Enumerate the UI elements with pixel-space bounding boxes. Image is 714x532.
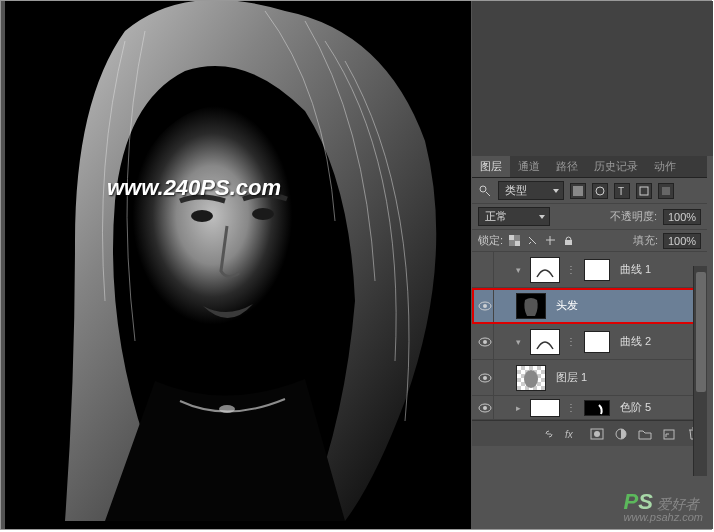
blend-mode-select[interactable]: 正常 [478, 207, 550, 226]
lock-pixels-icon[interactable] [526, 234, 539, 247]
layers-panel: 图层 通道 路径 历史记录 动作 类型 T 正常 不透明度: 100% 锁定: … [472, 156, 707, 446]
svg-point-26 [483, 406, 487, 410]
opacity-label: 不透明度: [610, 209, 657, 224]
layer-name[interactable]: 头发 [556, 298, 578, 313]
layer-thumbnail[interactable] [530, 399, 560, 417]
visibility-toggle[interactable] [476, 390, 494, 421]
fill-label: 填充: [633, 233, 658, 248]
svg-point-5 [480, 186, 486, 192]
fill-value[interactable]: 100% [663, 233, 701, 249]
link-icon: ⋮ [566, 336, 576, 347]
lock-all-icon[interactable] [562, 234, 575, 247]
panel-tabs: 图层 通道 路径 历史记录 动作 [472, 156, 707, 178]
layer-thumbnail[interactable] [530, 257, 560, 283]
tab-paths[interactable]: 路径 [548, 156, 586, 177]
svg-point-23 [483, 376, 487, 380]
adjustment-icon[interactable] [613, 426, 629, 442]
lock-position-icon[interactable] [544, 234, 557, 247]
fx-icon[interactable]: fx [565, 426, 581, 442]
site-watermark: PS爱好者 www.psahz.com [624, 489, 703, 523]
filter-smart-icon[interactable] [658, 183, 674, 199]
filter-kind-icon[interactable] [478, 184, 492, 198]
svg-text:T: T [618, 186, 624, 196]
filter-pixel-icon[interactable] [570, 183, 586, 199]
svg-point-29 [594, 431, 600, 437]
photo-portrait [5, 1, 471, 529]
filter-shape-icon[interactable] [636, 183, 652, 199]
lock-row: 锁定: 填充: 100% [472, 230, 707, 252]
svg-point-8 [596, 187, 604, 195]
kind-select[interactable]: 类型 [498, 181, 564, 200]
visibility-toggle[interactable] [476, 324, 494, 360]
layer-row[interactable]: ▾ ⋮ 曲线 2 [472, 324, 707, 360]
layer-name[interactable]: 曲线 2 [620, 334, 651, 349]
layer-row[interactable]: ▾ ⋮ 曲线 1 [472, 252, 707, 288]
layer-thumbnail[interactable] [516, 365, 546, 391]
mask-icon[interactable] [589, 426, 605, 442]
svg-point-4 [219, 405, 235, 413]
svg-point-24 [524, 370, 538, 388]
lock-trans-icon[interactable] [508, 234, 521, 247]
svg-rect-7 [573, 186, 583, 196]
svg-point-21 [483, 340, 487, 344]
tab-history[interactable]: 历史记录 [586, 156, 646, 177]
kind-label: 类型 [505, 183, 527, 198]
layer-row[interactable]: 图层 1 [472, 360, 707, 396]
svg-point-2 [191, 210, 213, 222]
visibility-toggle[interactable] [476, 288, 494, 324]
chevron-down-icon[interactable]: ▾ [516, 265, 526, 275]
layer-row[interactable]: ▸ ⋮ 色阶 5 [472, 396, 707, 420]
new-layer-icon[interactable] [661, 426, 677, 442]
canvas[interactable]: www.240PS.com [5, 1, 471, 529]
layer-mask[interactable] [584, 331, 610, 353]
svg-text:fx: fx [565, 429, 574, 440]
layer-thumbnail[interactable] [516, 293, 546, 319]
layer-thumbnail[interactable] [530, 329, 560, 355]
filter-adjust-icon[interactable] [592, 183, 608, 199]
workspace-empty-area [472, 1, 713, 156]
chevron-down-icon[interactable]: ▾ [516, 337, 526, 347]
panel-bottom-bar: fx [472, 420, 707, 446]
link-icon: ⋮ [566, 402, 576, 413]
chevron-right-icon[interactable]: ▸ [516, 403, 526, 413]
tab-actions[interactable]: 动作 [646, 156, 684, 177]
svg-rect-13 [509, 235, 514, 240]
filter-row: 类型 T [472, 178, 707, 204]
layer-mask[interactable] [584, 400, 610, 416]
link-icon: ⋮ [566, 264, 576, 275]
svg-rect-10 [640, 187, 648, 195]
visibility-toggle[interactable] [476, 252, 494, 288]
layer-name[interactable]: 曲线 1 [620, 262, 651, 277]
tab-channels[interactable]: 通道 [510, 156, 548, 177]
layer-name[interactable]: 图层 1 [556, 370, 587, 385]
layer-name[interactable]: 色阶 5 [620, 400, 651, 415]
blend-row: 正常 不透明度: 100% [472, 204, 707, 230]
tab-layers[interactable]: 图层 [472, 156, 510, 177]
link-layers-icon[interactable] [541, 426, 557, 442]
layer-mask[interactable] [584, 259, 610, 281]
group-icon[interactable] [637, 426, 653, 442]
svg-rect-15 [565, 240, 572, 245]
svg-line-6 [486, 192, 490, 196]
logo-cn: 爱好者 [657, 496, 699, 512]
svg-rect-11 [662, 187, 670, 195]
svg-point-17 [483, 304, 487, 308]
filter-type-icon[interactable]: T [614, 183, 630, 199]
blend-mode-value: 正常 [485, 209, 507, 224]
lock-label: 锁定: [478, 233, 503, 248]
svg-rect-14 [515, 241, 520, 246]
logo-url: www.psahz.com [624, 511, 703, 523]
svg-point-3 [252, 208, 274, 220]
layer-row[interactable]: 头发 [472, 288, 707, 324]
layers-list: ▾ ⋮ 曲线 1 头发 ▾ ⋮ 曲线 2 图层 1 [472, 252, 707, 420]
watermark-text: www.240PS.com [107, 175, 281, 201]
scrollbar-track[interactable] [693, 266, 707, 476]
opacity-value[interactable]: 100% [663, 209, 701, 225]
scrollbar-thumb[interactable] [696, 272, 706, 392]
svg-point-1 [125, 106, 315, 366]
